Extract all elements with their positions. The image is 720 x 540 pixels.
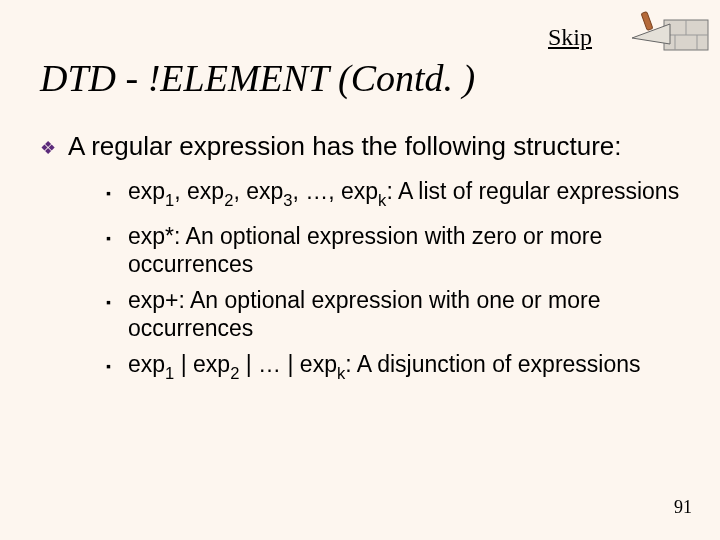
trowel-icon [602, 2, 712, 62]
slide: Skip DTD - !ELEMENT (Contd. ) ❖ A regula… [0, 0, 720, 540]
list-item-text: exp+: An optional expression with one or… [128, 286, 680, 342]
list-item: ▪ exp*: An optional expression with zero… [106, 222, 680, 278]
list-item: ▪ exp1, exp2, exp3, …, expk: A list of r… [106, 177, 680, 214]
list-item-text: exp1 | exp2 | … | expk: A disjunction of… [128, 350, 641, 387]
svg-rect-6 [641, 12, 653, 31]
slide-body: ❖ A regular expression has the following… [40, 130, 680, 394]
diamond-bullet-icon: ❖ [40, 130, 68, 163]
list-item: ▪ exp1 | exp2 | … | expk: A disjunction … [106, 350, 680, 387]
list-item: ▪ exp+: An optional expression with one … [106, 286, 680, 342]
slide-title: DTD - !ELEMENT (Contd. ) [40, 56, 475, 100]
square-bullet-icon: ▪ [106, 286, 128, 316]
square-bullet-icon: ▪ [106, 222, 128, 252]
list-item-text: exp1, exp2, exp3, …, expk: A list of reg… [128, 177, 679, 214]
skip-link[interactable]: Skip [548, 24, 592, 51]
square-bullet-icon: ▪ [106, 177, 128, 207]
page-number: 91 [674, 497, 692, 518]
intro-item: ❖ A regular expression has the following… [40, 130, 680, 163]
sublist: ▪ exp1, exp2, exp3, …, expk: A list of r… [106, 177, 680, 386]
list-item-text: exp*: An optional expression with zero o… [128, 222, 680, 278]
intro-text: A regular expression has the following s… [68, 130, 622, 162]
square-bullet-icon: ▪ [106, 350, 128, 380]
